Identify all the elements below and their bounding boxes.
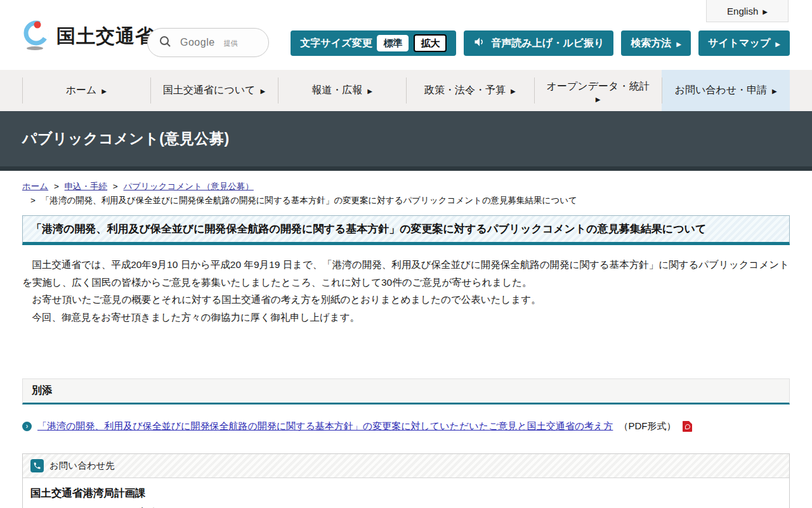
header-utility-buttons: 文字サイズ変更 標準 拡大 音声読み上げ・ルビ振り 検索方法 ▶ サイトマップ … xyxy=(291,30,790,56)
attachment-link-row: › 「港湾の開発、利用及び保全並びに開発保全航路の開発に関する基本方針」の変更案… xyxy=(22,420,790,432)
audio-readout-label: 音声読み上げ・ルビ振り xyxy=(491,37,604,50)
english-label: English xyxy=(727,6,758,17)
breadcrumb-separator: > xyxy=(30,196,36,205)
arrow-right-icon: ▶ xyxy=(596,96,601,104)
logo-text: 国土交通省 xyxy=(56,23,155,50)
nav-label: 報道・広報 xyxy=(311,84,362,97)
breadcrumb: ホーム > 申込・手続 > パブリックコメント（意見公募） xyxy=(22,180,790,193)
font-size-label: 文字サイズ変更 xyxy=(300,37,372,50)
sitemap-label: サイトマップ xyxy=(708,37,770,50)
attachment-section-heading: 別添 xyxy=(22,378,790,404)
nav-label: ホーム xyxy=(66,84,97,97)
nav-item-policy[interactable]: 政策・法令・予算 ▶ xyxy=(406,70,534,111)
breadcrumb-current: > 「港湾の開発、利用及び保全並びに開発保全航路の開発に関する基本方針」の変更案… xyxy=(22,194,790,207)
mlit-logo-icon xyxy=(21,19,51,53)
global-nav: ホーム ▶ 国土交通省について ▶ 報道・広報 ▶ 政策・法令・予算 ▶ オープ… xyxy=(0,70,812,111)
search-method-label: 検索方法 xyxy=(631,37,671,50)
arrow-right-icon: ▶ xyxy=(763,8,768,15)
breadcrumb-current-text: 「港湾の開発、利用及び保全並びに開発保全航路の開発に関する基本方針」の変更案に対… xyxy=(41,196,577,205)
english-button[interactable]: English ▶ xyxy=(706,0,789,22)
breadcrumb-link-home[interactable]: ホーム xyxy=(22,182,48,191)
sitemap-button[interactable]: サイトマップ ▶ xyxy=(698,30,790,56)
chevron-circle-icon: › xyxy=(22,422,32,431)
nav-label: 政策・法令・予算 xyxy=(424,84,506,97)
contact-heading: お問い合わせ先 xyxy=(49,460,115,472)
article-body: 国土交通省では、平成20年9月10 日から平成20 年9月19 日まで、「港湾の… xyxy=(22,256,790,326)
arrow-right-icon: ▶ xyxy=(102,88,107,95)
contact-box: お問い合わせ先 国土交通省港湾局計画課 TEL：03-5253-8111 (内線… xyxy=(22,453,790,508)
nav-item-home[interactable]: ホーム ▶ xyxy=(22,70,150,111)
attachment-pdf-link[interactable]: 「港湾の開発、利用及び保全並びに開発保全航路の開発に関する基本方針」の変更案に対… xyxy=(37,420,613,432)
nav-item-press[interactable]: 報道・広報 ▶ xyxy=(278,70,406,111)
phone-icon xyxy=(30,459,44,472)
site-header: English ▶ 国土交通省 Google 提供 文字サイズ変更 標準 拡 xyxy=(0,0,812,70)
paragraph-1: 国土交通省では、平成20年9月10 日から平成20 年9月19 日まで、「港湾の… xyxy=(22,256,790,291)
font-size-control: 文字サイズ変更 標準 拡大 xyxy=(291,30,456,56)
nav-label: オープンデータ・統計 xyxy=(547,81,650,92)
speaker-icon xyxy=(473,36,486,51)
font-size-standard-button[interactable]: 標準 xyxy=(377,35,409,51)
nav-item-about[interactable]: 国土交通省について ▶ xyxy=(150,70,278,111)
paragraph-2: お寄せ頂いたご意見の概要とそれに対する国土交通省の考え方を別紙のとおりまとめまし… xyxy=(22,291,790,309)
main-content: ホーム > 申込・手続 > パブリックコメント（意見公募） > 「港湾の開発、利… xyxy=(0,180,812,508)
contact-body: 国土交通省港湾局計画課 TEL：03-5253-8111 (内線46337) xyxy=(23,478,789,508)
site-search-input[interactable]: Google 提供 xyxy=(147,28,269,57)
breadcrumb-link-procedures[interactable]: 申込・手続 xyxy=(65,182,108,191)
audio-readout-button[interactable]: 音声読み上げ・ルビ振り xyxy=(464,30,613,56)
pdf-file-icon xyxy=(683,421,692,432)
paragraph-3: 今回、御意見をお寄せ頂きました方々の御協力に厚く御礼申し上げます。 xyxy=(22,309,790,326)
nav-label: 国土交通省について xyxy=(163,84,256,97)
search-provider-label: Google xyxy=(180,37,215,48)
nav-item-contact[interactable]: お問い合わせ・申請 ▶ xyxy=(662,70,790,111)
arrow-right-icon: ▶ xyxy=(260,88,265,95)
arrow-right-icon: ▶ xyxy=(511,88,516,95)
arrow-right-icon: ▶ xyxy=(772,88,777,95)
breadcrumb-link-publiccomment[interactable]: パブリックコメント（意見公募） xyxy=(123,182,253,191)
breadcrumb-separator: > xyxy=(54,182,59,191)
contact-department: 国土交通省港湾局計画課 xyxy=(30,486,782,500)
arrow-right-icon: ▶ xyxy=(775,41,780,48)
article-heading: 「港湾の開発、利用及び保全並びに開発保全航路の開発に関する基本方針」の変更案に対… xyxy=(22,215,790,245)
page-title-band: パブリックコメント(意見公募) xyxy=(0,111,812,166)
search-provided-label: 提供 xyxy=(224,39,238,48)
contact-header: お問い合わせ先 xyxy=(23,454,789,478)
breadcrumb-separator: > xyxy=(113,182,118,191)
search-method-button[interactable]: 検索方法 ▶ xyxy=(621,30,691,56)
arrow-right-icon: ▶ xyxy=(676,41,681,48)
search-icon xyxy=(159,36,171,50)
title-band-strip xyxy=(0,166,812,171)
arrow-right-icon: ▶ xyxy=(367,88,372,95)
font-size-large-button[interactable]: 拡大 xyxy=(414,34,447,52)
pdf-format-label: （PDF形式） xyxy=(619,420,676,432)
site-logo[interactable]: 国土交通省 xyxy=(21,19,155,53)
nav-label: お問い合わせ・申請 xyxy=(675,84,768,97)
page-title: パブリックコメント(意見公募) xyxy=(22,129,230,149)
nav-item-opendata[interactable]: オープンデータ・統計 ▶ xyxy=(534,70,662,111)
